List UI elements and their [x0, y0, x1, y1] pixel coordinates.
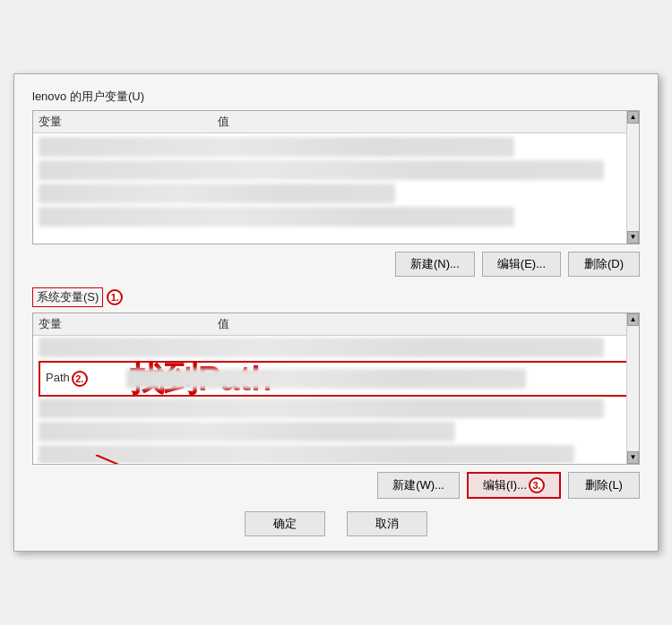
sys-table-header: 变量 值 — [33, 313, 639, 336]
user-col-var: 变量 — [39, 114, 218, 130]
user-table-scrollbar[interactable]: ▲ ▼ — [626, 111, 639, 244]
user-table-body — [33, 133, 639, 243]
user-edit-button[interactable]: 编辑(E)... — [482, 252, 561, 277]
user-row-2[interactable] — [39, 160, 604, 180]
sys-edit-label: 编辑(I)... — [483, 478, 527, 492]
scroll-up-icon[interactable]: ▲ — [627, 111, 639, 124]
user-row-1[interactable] — [39, 137, 514, 157]
user-row-4[interactable] — [39, 207, 514, 227]
sys-table-scrollbar[interactable]: ▲ ▼ — [626, 313, 639, 464]
user-btn-row: 新建(N)... 编辑(E)... 删除(D) — [32, 252, 640, 277]
scroll-down-icon[interactable]: ▼ — [627, 231, 639, 244]
sys-scroll-down-icon[interactable]: ▼ — [627, 451, 639, 464]
sys-table-body: Path2. 找到Path — [33, 336, 639, 463]
step3-badge: 3. — [529, 477, 545, 493]
path-value-cell: 找到Path — [126, 365, 626, 392]
sys-delete-button[interactable]: 删除(L) — [568, 472, 640, 500]
sys-row-4[interactable] — [39, 445, 574, 463]
user-row-3[interactable] — [39, 184, 395, 203]
sys-col-val: 值 — [218, 316, 633, 332]
step1-badge: 1. — [107, 289, 123, 305]
sys-row-2[interactable] — [39, 398, 604, 418]
path-var-name: Path2. — [46, 371, 126, 387]
confirm-button[interactable]: 确定 — [245, 511, 325, 536]
user-variables-table: 变量 值 ▲ ▼ — [32, 110, 640, 244]
path-label: Path — [46, 371, 70, 384]
user-col-val: 值 — [218, 114, 633, 130]
user-table-header: 变量 值 — [33, 111, 639, 133]
sys-edit-button[interactable]: 编辑(I)...3. — [467, 472, 561, 500]
sys-col-var: 变量 — [39, 316, 218, 332]
sys-row-3[interactable] — [39, 422, 455, 441]
user-delete-button[interactable]: 删除(D) — [568, 252, 640, 277]
sys-row-0[interactable] — [39, 338, 604, 357]
environment-variables-dialog: lenovo 的用户变量(U) 变量 值 ▲ ▼ 新建(N)... 编辑(E).… — [13, 73, 659, 552]
sys-btn-row: 新建(W)... 编辑(I)...3. 删除(L) — [32, 472, 640, 500]
step2-badge: 2. — [72, 371, 88, 387]
sys-variables-table: 变量 值 Path2. 找到Path ▲ ▼ — [32, 312, 640, 465]
path-row[interactable]: Path2. 找到Path — [39, 361, 633, 397]
sys-section-header: 系统变量(S) 1. — [32, 287, 640, 307]
sys-new-button[interactable]: 新建(W)... — [377, 472, 460, 500]
sys-scroll-up-icon[interactable]: ▲ — [627, 313, 639, 326]
path-blurred-val — [126, 369, 526, 389]
cancel-button[interactable]: 取消 — [347, 511, 427, 536]
user-section-title: lenovo 的用户变量(U) — [32, 89, 640, 105]
user-new-button[interactable]: 新建(N)... — [395, 252, 475, 277]
footer-btn-row: 确定 取消 — [32, 511, 640, 536]
sys-section-label: 系统变量(S) — [32, 287, 103, 307]
